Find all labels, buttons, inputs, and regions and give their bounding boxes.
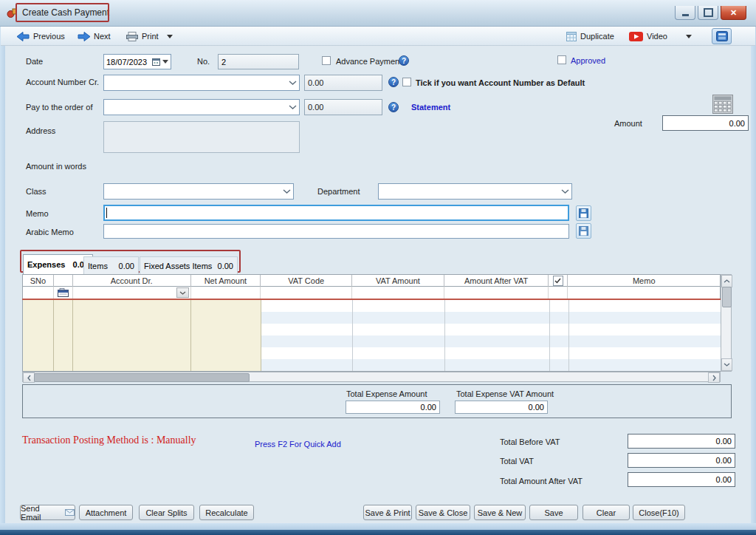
grid-cell[interactable] bbox=[54, 335, 73, 347]
grid-cell[interactable] bbox=[191, 324, 261, 335]
save-close-button[interactable]: Save & Close bbox=[416, 505, 470, 520]
grid-cell[interactable] bbox=[23, 347, 54, 359]
grid-cell[interactable] bbox=[445, 335, 550, 347]
grid-cell[interactable] bbox=[445, 347, 550, 359]
save-button[interactable]: Save bbox=[529, 505, 578, 520]
grid-cell[interactable] bbox=[73, 347, 191, 359]
recalculate-button[interactable]: Recalculate bbox=[199, 505, 254, 520]
close-f10-button[interactable]: Close(F10) bbox=[633, 505, 685, 520]
grid-cell[interactable] bbox=[23, 335, 54, 347]
tab-expenses[interactable]: Expenses 0.00 bbox=[23, 254, 93, 274]
tab-items[interactable]: Items 0.00 bbox=[83, 256, 139, 274]
grid-cell[interactable] bbox=[23, 312, 54, 324]
grid-cell[interactable] bbox=[191, 300, 261, 312]
account-default-checkbox[interactable] bbox=[402, 78, 411, 86]
scroll-down-button[interactable] bbox=[721, 358, 732, 371]
arabic-memo-save-button[interactable] bbox=[576, 223, 591, 239]
duplicate-button[interactable]: Duplicate bbox=[566, 30, 614, 43]
grid-cell[interactable] bbox=[569, 324, 721, 335]
clear-splits-button[interactable]: Clear Splits bbox=[139, 505, 194, 520]
grid-cell[interactable] bbox=[550, 359, 569, 371]
no-input[interactable] bbox=[218, 54, 299, 69]
grid-cell-account-dr[interactable] bbox=[73, 287, 191, 299]
statement-help-icon[interactable]: ? bbox=[388, 102, 399, 112]
scroll-left-button[interactable] bbox=[23, 372, 35, 383]
grid-cell[interactable] bbox=[569, 312, 721, 324]
grid-cell[interactable] bbox=[73, 300, 191, 312]
grid-cell[interactable] bbox=[353, 324, 445, 335]
grid-cell[interactable] bbox=[352, 287, 444, 299]
statement-link[interactable]: Statement bbox=[411, 103, 450, 112]
scroll-right-button[interactable] bbox=[708, 372, 720, 383]
video-dropdown-icon[interactable] bbox=[686, 30, 692, 43]
grid-cell[interactable] bbox=[261, 335, 353, 347]
grid-cell[interactable] bbox=[23, 359, 54, 371]
grid-cell[interactable] bbox=[54, 300, 73, 312]
grid-cell[interactable] bbox=[569, 347, 721, 359]
grid-cell[interactable] bbox=[23, 287, 54, 299]
grid-cell[interactable] bbox=[549, 287, 568, 299]
grid-cell[interactable] bbox=[54, 312, 73, 324]
memo-save-button[interactable] bbox=[576, 205, 591, 221]
grid-cell[interactable] bbox=[73, 359, 191, 371]
grid-cell[interactable] bbox=[261, 324, 353, 335]
scrollbar-thumb[interactable] bbox=[722, 287, 732, 307]
vertical-scrollbar[interactable] bbox=[721, 274, 732, 372]
calculator-icon[interactable] bbox=[712, 95, 733, 114]
amount-input[interactable] bbox=[662, 115, 749, 131]
grid-cell[interactable] bbox=[550, 347, 569, 359]
grid-edit-row[interactable] bbox=[22, 287, 721, 299]
grid-cell[interactable] bbox=[550, 312, 569, 324]
total-expense-amount-input[interactable] bbox=[346, 401, 440, 414]
grid-cell[interactable] bbox=[23, 300, 54, 312]
grid-cell[interactable] bbox=[191, 347, 261, 359]
video-button[interactable]: Video bbox=[629, 30, 667, 43]
account-dropdown-button[interactable] bbox=[176, 287, 189, 298]
grid-cell[interactable] bbox=[353, 312, 445, 324]
grid-cell[interactable] bbox=[445, 300, 550, 312]
grid-cell[interactable] bbox=[353, 335, 445, 347]
arabic-memo-input[interactable] bbox=[103, 224, 569, 239]
switch-view-button[interactable] bbox=[712, 28, 732, 44]
grid-cell[interactable] bbox=[73, 312, 191, 324]
grid-cell[interactable] bbox=[444, 287, 549, 299]
tab-fixed-assets-items[interactable]: Fixed Assets Items 0.00 bbox=[140, 256, 238, 274]
pay-to-combobox[interactable] bbox=[103, 99, 300, 115]
grid-cell[interactable] bbox=[191, 312, 261, 324]
grid-cell[interactable] bbox=[23, 324, 54, 335]
grid-cell[interactable] bbox=[569, 359, 721, 371]
close-button[interactable]: ✕ bbox=[721, 6, 746, 20]
grid-cell[interactable] bbox=[550, 300, 569, 312]
send-email-button[interactable]: Send Email bbox=[20, 505, 75, 520]
grid-cell[interactable] bbox=[191, 335, 261, 347]
grid-cell[interactable] bbox=[54, 359, 73, 371]
clear-button[interactable]: Clear bbox=[583, 505, 630, 520]
grid-cell[interactable] bbox=[353, 359, 445, 371]
grid-cell[interactable] bbox=[550, 335, 569, 347]
total-vat-input[interactable] bbox=[628, 453, 735, 468]
grid-cell[interactable] bbox=[54, 347, 73, 359]
total-before-vat-input[interactable] bbox=[628, 434, 735, 449]
scroll-up-button[interactable] bbox=[721, 275, 732, 287]
memo-input[interactable] bbox=[103, 205, 569, 221]
grid-cell[interactable] bbox=[445, 324, 550, 335]
grid-cell[interactable] bbox=[569, 300, 721, 312]
address-textarea[interactable] bbox=[103, 121, 300, 153]
save-print-button[interactable]: Save & Print bbox=[363, 505, 412, 520]
scrollbar-thumb[interactable] bbox=[34, 373, 250, 382]
print-button[interactable]: Print bbox=[126, 30, 173, 43]
grid-cell[interactable] bbox=[261, 312, 353, 324]
grid-cell[interactable] bbox=[568, 287, 720, 299]
grid-cell[interactable] bbox=[353, 300, 445, 312]
grid-cell[interactable] bbox=[191, 287, 261, 299]
print-dropdown-icon[interactable] bbox=[167, 35, 173, 38]
grid-cell[interactable] bbox=[54, 287, 73, 299]
grid-cell[interactable] bbox=[261, 359, 353, 371]
minimize-button[interactable] bbox=[675, 6, 695, 20]
grid-cell[interactable] bbox=[445, 359, 550, 371]
grid-cell[interactable] bbox=[73, 324, 191, 335]
total-amount-after-vat-input[interactable] bbox=[628, 472, 735, 487]
grid-cell[interactable] bbox=[445, 312, 550, 324]
grid-cell[interactable] bbox=[191, 359, 261, 371]
grid-cell[interactable] bbox=[261, 347, 353, 359]
